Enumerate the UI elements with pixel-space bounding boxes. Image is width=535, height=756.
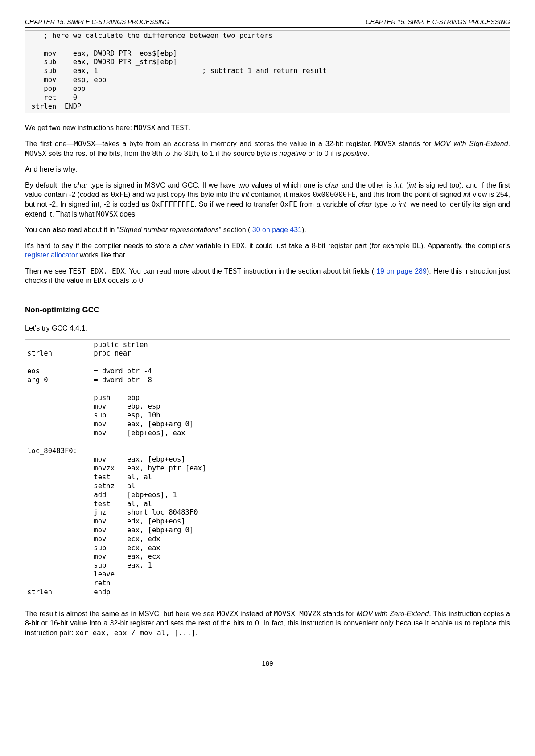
link-section-19[interactable]: 19 on page 289: [376, 267, 427, 275]
subheading-non-opt-gcc: Non-optimizing GCC: [25, 305, 510, 315]
page-header: CHAPTER 15. SIMPLE C-STRINGS PROCESSING …: [25, 18, 510, 28]
kw-test: TEST: [171, 123, 189, 132]
para-signed-repr-ref: You can also read about it in "Signed nu…: [25, 225, 510, 235]
para-test-edx: Then we see TEST EDX, EDX. You can read …: [25, 266, 510, 286]
kw-movsx: MOVSX: [134, 123, 155, 132]
code-listing-msvc-tail: ; here we calculate the difference betwe…: [25, 30, 510, 113]
header-right: CHAPTER 15. SIMPLE C-STRINGS PROCESSING: [366, 18, 510, 26]
code-listing-gcc: public strlen strlen proc near eos = dwo…: [25, 339, 510, 599]
para-movzx: The result is almost the same as in MSVC…: [25, 609, 510, 638]
link-section-30[interactable]: 30 on page 431: [252, 226, 302, 233]
para-here-why: And here is why.: [25, 164, 510, 174]
page-number: 189: [25, 659, 510, 668]
para-new-instructions: We get two new instructions here: MOVSX …: [25, 123, 510, 133]
header-left: CHAPTER 15. SIMPLE C-STRINGS PROCESSING: [25, 18, 169, 26]
para-try-gcc: Let's try GCC 4.4.1:: [25, 323, 510, 333]
para-movsx-explain: The first one—MOVSX—takes a byte from an…: [25, 139, 510, 158]
para-char-signed: By default, the char type is signed in M…: [25, 180, 510, 219]
link-register-allocator[interactable]: register allocator: [25, 251, 78, 259]
para-register-allocator: It's hard to say if the compiler needs t…: [25, 241, 510, 260]
